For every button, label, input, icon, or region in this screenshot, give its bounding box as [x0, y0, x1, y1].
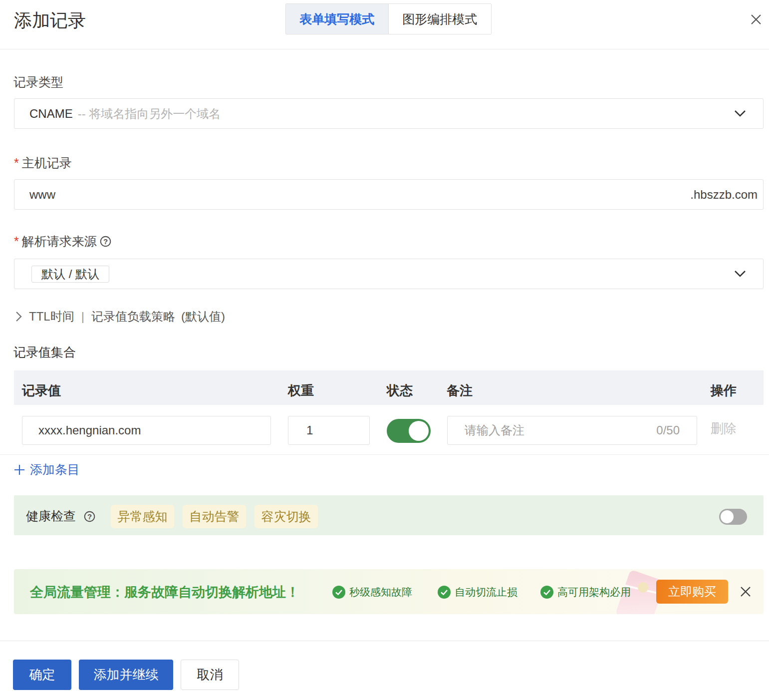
svg-text:?: ? [103, 237, 108, 246]
svg-text:?: ? [87, 512, 92, 521]
